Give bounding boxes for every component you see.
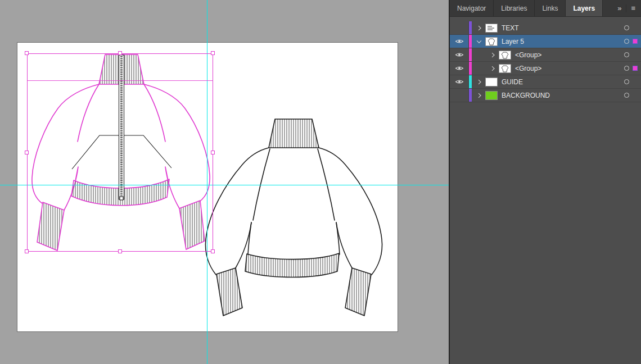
collapse-chevron-icon[interactable] bbox=[474, 35, 484, 48]
selection-handle-bottom-left[interactable] bbox=[25, 249, 29, 253]
selection-handle-top-left[interactable] bbox=[25, 51, 29, 55]
text-thumbnail-icon bbox=[486, 24, 497, 32]
layer-row-group-2[interactable]: <Group> bbox=[450, 62, 641, 75]
selection-path-edge bbox=[27, 80, 213, 81]
sketch-thumbnail-icon bbox=[486, 38, 497, 46]
canvas-area[interactable] bbox=[0, 0, 449, 364]
expand-chevron-icon[interactable] bbox=[487, 62, 498, 75]
selection-handle-bottom-right[interactable] bbox=[211, 249, 215, 253]
layer-thumbnail[interactable] bbox=[499, 64, 511, 73]
target-circle[interactable] bbox=[624, 39, 629, 44]
layer-name: TEXT bbox=[502, 24, 519, 32]
app-window: Navigator Libraries Links Layers » ≡ bbox=[0, 0, 641, 364]
layer-color-strip bbox=[469, 48, 472, 61]
target-circle[interactable] bbox=[624, 25, 629, 30]
visibility-toggle[interactable] bbox=[450, 89, 469, 102]
layer-thumbnail[interactable] bbox=[485, 37, 498, 46]
layer-name: <Group> bbox=[515, 51, 541, 59]
layers-list: TEXT L bbox=[450, 21, 641, 102]
eye-icon bbox=[455, 38, 464, 44]
visibility-toggle[interactable] bbox=[450, 75, 469, 88]
panel-tab-bar: Navigator Libraries Links Layers » ≡ bbox=[450, 0, 641, 17]
layer-name: Layer 5 bbox=[502, 38, 524, 46]
layer-row-guide[interactable]: GUIDE bbox=[450, 75, 641, 89]
expand-chevron-icon[interactable] bbox=[487, 48, 498, 62]
selection-bounding-box bbox=[27, 53, 213, 252]
selection-color-chip[interactable] bbox=[633, 66, 637, 70]
layer-row-background[interactable]: BACKGROUND bbox=[450, 89, 641, 102]
selection-handle-top-right[interactable] bbox=[211, 51, 215, 55]
layer-row-layer-5[interactable]: Layer 5 bbox=[450, 35, 641, 48]
divider bbox=[626, 4, 626, 12]
selection-handle-top-mid[interactable] bbox=[118, 51, 122, 55]
expand-chevron-icon[interactable] bbox=[474, 89, 484, 102]
layer-thumbnail[interactable] bbox=[499, 51, 511, 60]
tab-navigator[interactable]: Navigator bbox=[450, 0, 494, 16]
sketch-thumbnail-icon bbox=[499, 65, 511, 72]
tab-layers[interactable]: Layers bbox=[566, 0, 603, 16]
eye-icon bbox=[455, 79, 464, 85]
back-sweater-drawing[interactable] bbox=[196, 115, 391, 324]
selection-color-chip[interactable] bbox=[633, 39, 637, 43]
layers-panel: Navigator Libraries Links Layers » ≡ bbox=[449, 0, 641, 364]
layer-color-strip bbox=[469, 21, 472, 34]
layer-thumbnail[interactable] bbox=[485, 91, 498, 100]
target-circle[interactable] bbox=[624, 52, 629, 57]
sketch-thumbnail-icon bbox=[499, 51, 511, 59]
selection-handle-mid-right[interactable] bbox=[211, 151, 215, 154]
layer-row-group-1[interactable]: <Group> bbox=[450, 48, 641, 62]
selection-handle-bottom-mid[interactable] bbox=[118, 249, 122, 253]
collapse-panel-icon[interactable]: » bbox=[617, 4, 621, 12]
expand-chevron-icon[interactable] bbox=[474, 75, 484, 89]
layer-color-strip bbox=[469, 35, 472, 48]
expand-chevron-icon[interactable] bbox=[474, 21, 484, 35]
visibility-toggle[interactable] bbox=[450, 35, 469, 48]
tab-links[interactable]: Links bbox=[535, 0, 566, 16]
selection-handle-mid-left[interactable] bbox=[25, 151, 29, 154]
layer-color-strip bbox=[469, 62, 472, 75]
visibility-toggle[interactable] bbox=[450, 62, 469, 75]
layer-color-strip bbox=[469, 75, 472, 88]
target-circle[interactable] bbox=[624, 79, 629, 84]
layer-color-strip bbox=[469, 89, 472, 102]
panel-menu-icon[interactable]: ≡ bbox=[631, 4, 635, 12]
layer-thumbnail[interactable] bbox=[485, 78, 498, 87]
eye-icon bbox=[455, 65, 464, 71]
tab-libraries[interactable]: Libraries bbox=[494, 0, 535, 16]
layer-name: <Group> bbox=[515, 65, 541, 72]
layer-name: GUIDE bbox=[502, 78, 523, 86]
layer-thumbnail[interactable] bbox=[485, 24, 498, 33]
layer-name: BACKGROUND bbox=[502, 92, 550, 99]
visibility-toggle[interactable] bbox=[450, 48, 469, 61]
panel-header-icons: » ≡ bbox=[617, 0, 641, 16]
visibility-toggle[interactable] bbox=[450, 21, 469, 34]
eye-icon bbox=[455, 52, 464, 58]
target-circle[interactable] bbox=[624, 66, 629, 71]
layer-row-text[interactable]: TEXT bbox=[450, 21, 641, 35]
target-circle[interactable] bbox=[624, 93, 629, 98]
